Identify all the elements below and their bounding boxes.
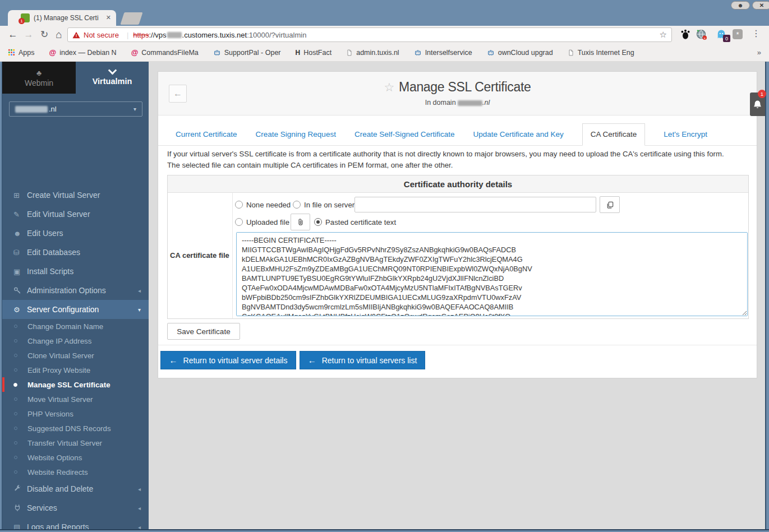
- sidebar-subitem-change-domain-name[interactable]: Change Domain Name: [2, 319, 149, 334]
- return-to-virtual-server-details-button[interactable]: ←Return to virtual server details: [160, 351, 296, 369]
- warning-icon: !: [72, 31, 80, 39]
- tab-title: (1) Manage SSL Certi: [34, 14, 103, 22]
- robot-icon: [414, 49, 422, 57]
- sidebar-item-install-scripts[interactable]: ▣Install Scripts: [2, 262, 149, 281]
- content-panel: ← ☆Manage SSL Certificate In domain .nl …: [158, 71, 757, 378]
- debian-icon: @: [49, 48, 57, 57]
- bookmark-item[interactable]: HHostFact: [296, 49, 332, 57]
- return-to-virtual-servers-list-button[interactable]: ←Return to virtual servers list: [300, 351, 425, 369]
- sidebar-subitem-website-redirects[interactable]: Website Redirects: [2, 465, 149, 479]
- bookmark-item[interactable]: ownCloud upgrad: [487, 49, 553, 57]
- sidebar-item-edit-users[interactable]: ☻Edit Users: [2, 224, 149, 243]
- upload-file-button[interactable]: [291, 214, 310, 230]
- radio-none-needed-label: None needed: [246, 201, 291, 209]
- bookmark-item[interactable]: Tuxis Internet Eng: [568, 49, 634, 57]
- notifications-button[interactable]: 1: [750, 92, 765, 116]
- user-icon: ☻: [738, 2, 744, 8]
- radio-uploaded-file-label: Uploaded file: [246, 218, 289, 226]
- tab-update-certificate-and-key[interactable]: Update Certificate and Key: [473, 130, 563, 145]
- bookmarks-bar: Apps @index — Debian N @CommandsFileMa S…: [0, 44, 769, 62]
- radio-in-file-on-server[interactable]: [293, 201, 301, 209]
- bookmark-item[interactable]: @index — Debian N: [49, 48, 117, 57]
- favicon-badge: 1: [19, 18, 25, 24]
- browser-tab-strip: 1 (1) Manage SSL Certi ✕: [0, 10, 769, 26]
- tab-ca-certificate[interactable]: CA Certificate: [582, 123, 646, 146]
- sidebar-subitem-php-versions[interactable]: PHP Versions: [2, 406, 149, 421]
- domain-name-redacted: [15, 106, 48, 113]
- page-subtitle: In domain .nl: [158, 99, 757, 107]
- tab-webmin[interactable]: ♣Webmin: [2, 62, 76, 94]
- sidebar-item-create-virtual-server[interactable]: ⊞Create Virtual Server: [2, 186, 149, 205]
- forward-icon[interactable]: →: [22, 29, 35, 41]
- url-host-prefix: ://vps: [149, 31, 166, 39]
- tab-create-self-signed-certificate[interactable]: Create Self-Signed Certificate: [354, 130, 455, 145]
- domain-select[interactable]: .nl ▾: [9, 101, 142, 117]
- webmin-logo-icon: ♣: [36, 68, 42, 77]
- home-icon[interactable]: ⌂: [53, 29, 65, 41]
- sidebar-item-services[interactable]: Services◂: [2, 498, 149, 517]
- bookmarks-overflow-icon[interactable]: »: [757, 48, 761, 57]
- server-file-path-input[interactable]: [354, 197, 596, 212]
- browser-menu-icon[interactable]: ⋮: [752, 28, 761, 39]
- sidebar-item-edit-virtual-server[interactable]: ✎Edit Virtual Server: [2, 205, 149, 224]
- radio-pasted-certificate-text[interactable]: [314, 218, 322, 226]
- back-icon[interactable]: ←: [7, 29, 19, 41]
- bookmark-star-icon[interactable]: ☆: [660, 30, 667, 40]
- browser-toolbar: ← → ↻ ⌂ ! Not secure | https://vps.custo…: [0, 26, 769, 44]
- sidebar-subitem-clone-virtual-server[interactable]: Clone Virtual Server: [2, 348, 149, 363]
- hostfact-icon: H: [296, 49, 301, 57]
- extension-badge: 0: [723, 35, 730, 42]
- bookmark-item[interactable]: admin.tuxis.nl: [346, 49, 399, 57]
- sidebar-subitem-move-virtual-server[interactable]: Move Virtual Server: [2, 392, 149, 406]
- tab-lets-encrypt[interactable]: Let's Encrypt: [664, 130, 707, 145]
- bookmark-item[interactable]: @CommandsFileMa: [131, 48, 199, 57]
- sidebar-subitem-manage-ssl-certificate[interactable]: Manage SSL Certificate: [2, 377, 149, 392]
- url-redacted-segment: [167, 32, 182, 38]
- tab-close-icon[interactable]: ✕: [106, 14, 111, 21]
- radio-pasted-label: Pasted certificate text: [325, 218, 396, 226]
- apps-shortcut[interactable]: Apps: [8, 49, 35, 57]
- tab-current-certificate[interactable]: Current Certificate: [176, 130, 237, 145]
- reload-icon[interactable]: ↻: [38, 29, 50, 41]
- address-bar[interactable]: ! Not secure | https://vps.customers.tux…: [67, 27, 672, 42]
- radio-uploaded-file[interactable]: [235, 218, 243, 226]
- sidebar-item-edit-databases[interactable]: ⛁Edit Databases: [2, 243, 149, 262]
- plug-icon: [13, 504, 27, 512]
- arrow-left-icon: ←: [169, 355, 178, 365]
- sidebar-subitem-suggested-dns-records[interactable]: Suggested DNS Records: [2, 421, 149, 436]
- certificate-text-area[interactable]: -----BEGIN CERTIFICATE----- MIIGTTCCBTWg…: [236, 232, 748, 316]
- sidebar-item-disable-and-delete[interactable]: Disable and Delete◂: [2, 479, 149, 498]
- sidebar-item-administration-options[interactable]: Administration Options◂: [2, 281, 149, 300]
- key-icon: [13, 286, 27, 294]
- tab-create-signing-request[interactable]: Create Signing Request: [256, 130, 336, 145]
- sidebar-subitem-edit-proxy-website[interactable]: Edit Proxy Website: [2, 363, 149, 377]
- wrench-icon: [13, 485, 27, 493]
- tab-virtualmin[interactable]: Virtualmin: [76, 62, 149, 94]
- sidebar-subitem-transfer-virtual-server[interactable]: Transfer Virtual Server: [2, 436, 149, 450]
- asterisk-extension-icon[interactable]: *: [733, 29, 743, 39]
- bookmark-item[interactable]: Interselfservice: [414, 49, 472, 57]
- save-certificate-button[interactable]: Save Certificate: [167, 323, 240, 340]
- plus-square-icon: ⊞: [13, 191, 27, 200]
- bookmark-item[interactable]: SupportPal - Oper: [213, 49, 281, 57]
- close-icon: ✕: [759, 2, 764, 8]
- sidebar-item-server-configuration[interactable]: ⚙Server Configuration▾: [2, 300, 149, 319]
- radio-none-needed[interactable]: [235, 201, 243, 209]
- sidebar-subitem-change-ip-address[interactable]: Change IP Address: [2, 334, 149, 348]
- edit-icon: ✎: [13, 210, 27, 219]
- window-user-button[interactable]: ☻: [731, 1, 750, 10]
- ghost-extension-icon[interactable]: 0: [716, 29, 727, 40]
- browser-tab[interactable]: 1 (1) Manage SSL Certi ✕: [8, 10, 116, 26]
- gnome-foot-extension-icon[interactable]: [680, 29, 691, 40]
- browser-window: ☻ ✕ 1 (1) Manage SSL Certi ✕ ← → ↻ ⌂ ! N…: [0, 0, 769, 532]
- new-tab-button[interactable]: [120, 12, 142, 25]
- divider: [158, 345, 757, 345]
- certificate-authority-form: Certificate authority details CA certifi…: [167, 175, 749, 319]
- window-close-button[interactable]: ✕: [752, 1, 769, 10]
- globe-extension-icon[interactable]: x: [696, 29, 707, 40]
- choose-file-button[interactable]: [600, 196, 620, 213]
- box-icon: ▣: [13, 267, 27, 276]
- sidebar-item-logs-and-reports[interactable]: ▤Logs and Reports◂: [2, 517, 149, 529]
- sidebar-subitem-website-options[interactable]: Website Options: [2, 450, 149, 465]
- notification-badge: 1: [758, 90, 766, 98]
